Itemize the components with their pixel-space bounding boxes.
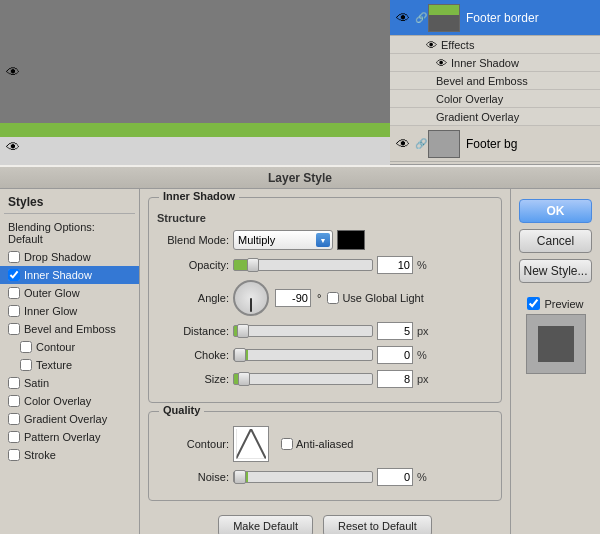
noise-input[interactable] (377, 468, 413, 486)
effect-inner-shadow[interactable]: 👁 Inner Shadow (390, 54, 600, 72)
noise-slider[interactable] (233, 471, 373, 483)
stroke-checkbox[interactable] (8, 449, 20, 461)
size-slider[interactable] (233, 373, 373, 385)
ok-button[interactable]: OK (519, 199, 592, 223)
blend-mode-row: Blend Mode: Multiply Normal Screen Overl… (157, 230, 493, 250)
effects-label: Effects (441, 39, 474, 51)
make-default-button[interactable]: Make Default (218, 515, 313, 534)
distance-input[interactable] (377, 322, 413, 340)
effects-eye: 👁 (426, 39, 437, 51)
gradient-overlay-checkbox[interactable] (8, 413, 20, 425)
styles-divider (4, 213, 135, 214)
inner-shadow-section: Inner Shadow Structure Blend Mode: Multi… (148, 197, 502, 403)
use-global-light-checkbox[interactable] (327, 292, 339, 304)
contour-row: Contour: Anti-aliased (157, 426, 493, 462)
angle-label: Angle: (157, 292, 229, 304)
opacity-slider[interactable] (233, 259, 373, 271)
quality-section-title: Quality (159, 404, 204, 416)
satin-checkbox[interactable] (8, 377, 20, 389)
anti-aliased-label[interactable]: Anti-aliased (281, 438, 353, 450)
contour-preview[interactable] (233, 426, 269, 462)
opacity-row: Opacity: % (157, 256, 493, 274)
choke-slider[interactable] (233, 349, 373, 361)
distance-row: Distance: px (157, 322, 493, 340)
bottom-buttons: Make Default Reset to Default (148, 509, 502, 534)
preview-label-container: Preview (527, 297, 583, 310)
distance-slider[interactable] (233, 325, 373, 337)
blending-options-item[interactable]: Blending Options: Default (0, 218, 139, 248)
angle-input[interactable] (275, 289, 311, 307)
color-overlay-checkbox[interactable] (8, 395, 20, 407)
effect-gradient-overlay[interactable]: Gradient Overlay (390, 108, 600, 126)
effect-bevel-emboss[interactable]: Bevel and Emboss (390, 72, 600, 90)
gradient-overlay-item[interactable]: Gradient Overlay (0, 410, 139, 428)
satin-item[interactable]: Satin (0, 374, 139, 392)
reset-to-default-button[interactable]: Reset to Default (323, 515, 432, 534)
canvas-eye-2[interactable]: 👁 (6, 139, 20, 155)
stroke-item[interactable]: Stroke (0, 446, 139, 464)
choke-input[interactable] (377, 346, 413, 364)
bevel-emboss-item[interactable]: Bevel and Emboss (0, 320, 139, 338)
noise-label: Noise: (157, 471, 229, 483)
bevel-emboss-checkbox[interactable] (8, 323, 20, 335)
preview-checkbox[interactable] (527, 297, 540, 310)
drop-shadow-checkbox[interactable] (8, 251, 20, 263)
effect-color-overlay[interactable]: Color Overlay (390, 90, 600, 108)
pattern-overlay-checkbox[interactable] (8, 431, 20, 443)
anti-aliased-checkbox[interactable] (281, 438, 293, 450)
angle-degree: ° (317, 292, 321, 304)
inner-shadow-checkbox[interactable] (8, 269, 20, 281)
pattern-overlay-item[interactable]: Pattern Overlay (0, 428, 139, 446)
inner-shadow-item[interactable]: Inner Shadow (0, 266, 139, 284)
quality-section: Quality Contour: (148, 411, 502, 501)
use-global-light-text: Use Global Light (342, 292, 423, 304)
layer-link-footer-border: 🔗 (416, 4, 426, 32)
structure-subtitle: Structure (157, 212, 493, 224)
outer-glow-item[interactable]: Outer Glow (0, 284, 139, 302)
contour-checkbox[interactable] (20, 341, 32, 353)
inner-glow-checkbox[interactable] (8, 305, 20, 317)
size-unit: px (417, 373, 431, 385)
blending-options-label: Blending Options: Default (8, 221, 131, 245)
layer-row-footer-bg[interactable]: 👁 🔗 Footer bg (390, 126, 600, 162)
choke-label: Choke: (157, 349, 229, 361)
texture-item[interactable]: Texture (0, 356, 139, 374)
angle-row: Angle: ° Use Global Light (157, 280, 493, 316)
texture-checkbox[interactable] (20, 359, 32, 371)
contour-item[interactable]: Contour (0, 338, 139, 356)
drop-shadow-item[interactable]: Drop Shadow (0, 248, 139, 266)
outer-glow-checkbox[interactable] (8, 287, 20, 299)
color-overlay-item[interactable]: Color Overlay (0, 392, 139, 410)
layer-eye-footer-border[interactable]: 👁 (394, 9, 412, 27)
distance-unit: px (417, 325, 431, 337)
inner-shadow-section-title: Inner Shadow (159, 190, 239, 202)
use-global-light-label[interactable]: Use Global Light (327, 292, 423, 304)
size-row: Size: px (157, 370, 493, 388)
blend-mode-select[interactable]: Multiply Normal Screen Overlay (233, 230, 333, 250)
preview-section: Preview (519, 297, 592, 374)
main-content: Inner Shadow Structure Blend Mode: Multi… (140, 189, 510, 534)
layer-row-footer-border[interactable]: 👁 🔗 Footer border (390, 0, 600, 36)
new-style-button[interactable]: New Style... (519, 259, 592, 283)
choke-unit: % (417, 349, 431, 361)
opacity-label: Opacity: (157, 259, 229, 271)
right-buttons-panel: OK Cancel New Style... Preview (510, 189, 600, 534)
cancel-button[interactable]: Cancel (519, 229, 592, 253)
angle-control: ° Use Global Light (233, 280, 424, 316)
styles-panel: Styles Blending Options: Default Drop Sh… (0, 189, 140, 534)
layer-eye-footer-bg[interactable]: 👁 (394, 135, 412, 153)
blend-mode-dropdown-wrapper: Multiply Normal Screen Overlay (233, 230, 333, 250)
distance-slider-container: px (233, 322, 493, 340)
inner-shadow-eye: 👁 (436, 57, 447, 69)
anti-aliased-text: Anti-aliased (296, 438, 353, 450)
opacity-input[interactable] (377, 256, 413, 274)
layer-link-footer-bg: 🔗 (416, 130, 426, 158)
dialog-title-text: Layer Style (268, 171, 332, 185)
blend-color-swatch[interactable] (337, 230, 365, 250)
inner-glow-item[interactable]: Inner Glow (0, 302, 139, 320)
size-input[interactable] (377, 370, 413, 388)
dialog-title: Layer Style (0, 167, 600, 189)
svg-rect-0 (236, 429, 266, 459)
angle-dial[interactable] (233, 280, 269, 316)
canvas-eye-1[interactable]: 👁 (6, 64, 20, 80)
